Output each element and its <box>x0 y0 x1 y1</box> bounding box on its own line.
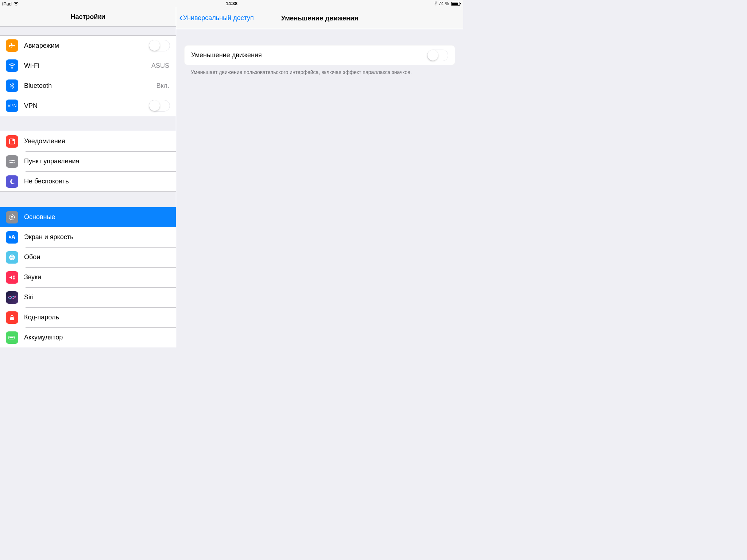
detail-pane: ‹ Универсальный доступ Уменьшение движен… <box>176 7 463 347</box>
row-label: Не беспокоить <box>24 178 170 185</box>
wifi-value: ASUS <box>151 62 169 70</box>
sidebar-item-dnd[interactable]: Не беспокоить <box>0 171 176 191</box>
sidebar-item-airplane[interactable]: Авиарежим <box>0 36 176 56</box>
svg-rect-16 <box>15 337 15 338</box>
display-icon: AA <box>6 231 18 244</box>
sidebar-item-general[interactable]: Основные <box>0 207 176 227</box>
svg-point-12 <box>12 257 13 258</box>
status-time: 14:38 <box>226 1 237 6</box>
sidebar-item-passcode[interactable]: Код-пароль <box>0 307 176 327</box>
status-right: 74 % <box>434 1 461 7</box>
detail-header: ‹ Универсальный доступ Уменьшение движен… <box>176 7 463 29</box>
row-label: Код-пароль <box>24 314 170 321</box>
row-label: Wi-Fi <box>24 62 151 70</box>
gear-icon <box>6 211 18 223</box>
row-label: Bluetooth <box>24 82 156 90</box>
sidebar-item-notifications[interactable]: Уведомления <box>0 131 176 151</box>
svg-rect-3 <box>9 162 15 163</box>
row-label: Пункт управления <box>24 158 170 165</box>
row-label: VPN <box>24 102 149 110</box>
svg-point-7 <box>11 216 13 218</box>
detail-title: Уменьшение движения <box>281 14 359 22</box>
svg-point-6 <box>9 215 15 220</box>
row-label: Звуки <box>24 273 170 281</box>
detail-body: Уменьшение движения Уменьшает движение п… <box>176 29 463 76</box>
row-label: Уведомления <box>24 137 170 145</box>
svg-rect-15 <box>9 337 13 338</box>
row-label: Обои <box>24 253 170 261</box>
airplane-icon <box>6 39 18 52</box>
sounds-icon <box>6 271 18 284</box>
back-label: Универсальный доступ <box>183 14 254 22</box>
sidebar-item-siri[interactable]: Siri <box>0 287 176 307</box>
sidebar-title: Настройки <box>71 13 105 21</box>
sidebar-group-network: Авиарежим Wi-Fi ASUS Bluetooth Вкл. VPN … <box>0 35 176 116</box>
wallpaper-icon <box>6 251 18 264</box>
sidebar-item-display[interactable]: AA Экран и яркость <box>0 227 176 247</box>
reduce-motion-row[interactable]: Уменьшение движения <box>184 45 455 65</box>
row-label: Авиарежим <box>24 42 149 50</box>
row-label: Аккумулятор <box>24 334 170 341</box>
sidebar-item-battery[interactable]: Аккумулятор <box>0 327 176 347</box>
sidebar-item-wallpaper[interactable]: Обои <box>0 247 176 267</box>
detail-footer: Уменьшает движение пользовательского инт… <box>184 65 455 76</box>
svg-point-1 <box>12 139 15 141</box>
sidebar-group-general: Основные AA Экран и яркость Обои Звуки <box>0 207 176 347</box>
wifi-icon <box>6 59 18 72</box>
sidebar-item-control-center[interactable]: Пункт управления <box>0 151 176 171</box>
vpn-icon: VPN <box>6 100 18 112</box>
device-label: iPad <box>2 1 12 7</box>
svg-point-5 <box>13 162 14 163</box>
bluetooth-value: Вкл. <box>156 82 169 90</box>
status-left: iPad <box>2 1 19 7</box>
moon-icon <box>6 175 18 188</box>
sidebar-item-wifi[interactable]: Wi-Fi ASUS <box>0 56 176 76</box>
sidebar-item-bluetooth[interactable]: Bluetooth Вкл. <box>0 76 176 96</box>
bluetooth-icon <box>434 1 437 7</box>
notifications-icon <box>6 135 18 148</box>
vpn-toggle[interactable] <box>149 100 170 112</box>
wifi-icon <box>13 1 19 7</box>
row-label: Уменьшение движения <box>191 51 427 59</box>
lock-icon <box>6 311 18 324</box>
row-label: Siri <box>24 293 170 301</box>
battery-icon <box>6 331 18 344</box>
back-button[interactable]: ‹ Универсальный доступ <box>179 13 254 23</box>
row-label: Экран и яркость <box>24 233 170 241</box>
svg-rect-2 <box>9 160 15 161</box>
siri-icon <box>6 291 18 304</box>
battery-icon <box>450 2 461 6</box>
chevron-left-icon: ‹ <box>179 12 182 23</box>
svg-point-4 <box>11 160 12 161</box>
settings-sidebar: Настройки Авиарежим Wi-Fi ASUS <box>0 7 176 347</box>
svg-rect-13 <box>10 317 14 320</box>
sidebar-item-vpn[interactable]: VPN VPN <box>0 96 176 116</box>
sidebar-group-notifications: Уведомления Пункт управления Не беспокои… <box>0 131 176 192</box>
control-center-icon <box>6 155 18 168</box>
sidebar-header: Настройки <box>0 7 176 27</box>
airplane-toggle[interactable] <box>149 40 170 51</box>
status-bar: iPad 14:38 74 % <box>0 0 463 7</box>
battery-percent: 74 % <box>439 1 449 6</box>
row-label: Основные <box>24 213 170 221</box>
bluetooth-icon <box>6 79 18 92</box>
sidebar-item-sounds[interactable]: Звуки <box>0 267 176 287</box>
reduce-motion-toggle[interactable] <box>427 50 448 61</box>
